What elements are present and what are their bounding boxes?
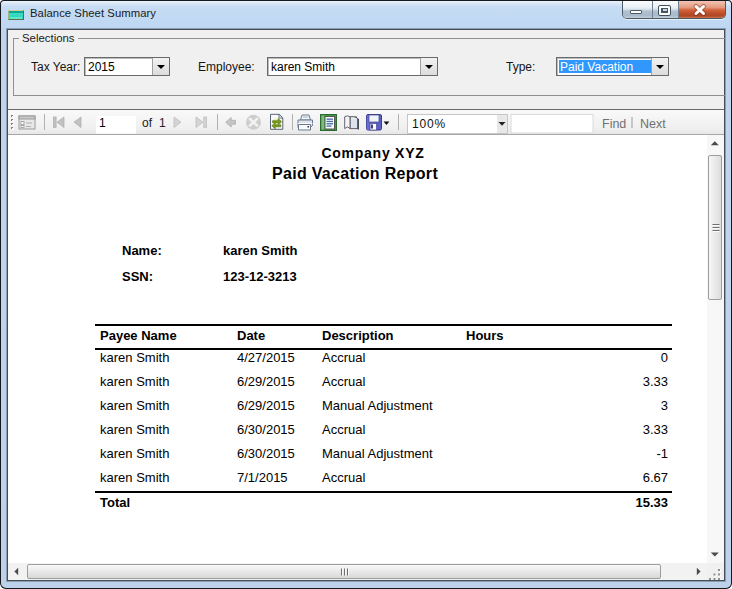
svg-text:1: 1 bbox=[159, 116, 166, 130]
svg-text:1: 1 bbox=[99, 116, 106, 130]
svg-text:Find: Find bbox=[602, 117, 626, 131]
svg-text:of: of bbox=[142, 116, 153, 130]
svg-text:Next: Next bbox=[640, 117, 666, 131]
svg-text:100%: 100% bbox=[412, 117, 446, 131]
